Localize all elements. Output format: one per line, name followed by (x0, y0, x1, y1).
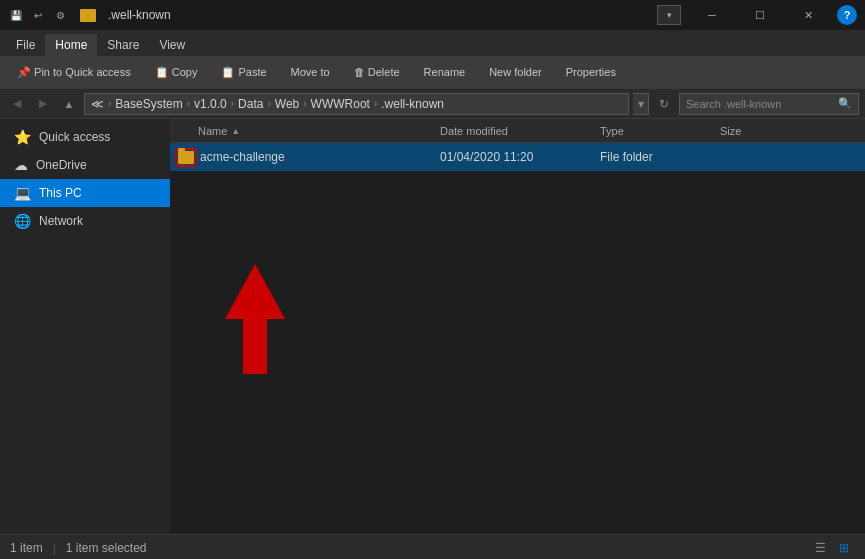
ribbon: File Home Share View 📌 Pin to Quick acce… (0, 30, 865, 89)
sidebar-item-this-pc[interactable]: 💻 This PC (0, 179, 170, 207)
sidebar-item-network[interactable]: 🌐 Network (0, 207, 170, 235)
column-header-date[interactable]: Date modified (440, 125, 600, 137)
view-details-btn[interactable]: ☰ (809, 538, 831, 558)
breadcrumb-chevron-2: › (187, 98, 190, 109)
file-list: acme-challenge 01/04/2020 11:20 File fol… (170, 143, 865, 534)
help-button[interactable]: ? (837, 5, 857, 25)
file-area: Name ▲ Date modified Type Size acme-chal… (170, 119, 865, 534)
breadcrumb-part-1: ≪ (91, 97, 104, 111)
column-header-name[interactable]: Name ▲ (170, 125, 440, 137)
file-name: acme-challenge (200, 150, 285, 164)
title-bar-save-icon[interactable]: 💾 (8, 7, 24, 23)
sidebar: ⭐ Quick access ☁ OneDrive 💻 This PC 🌐 Ne… (0, 119, 170, 534)
status-bar-right: ☰ ⊞ (809, 538, 855, 558)
table-row[interactable]: acme-challenge 01/04/2020 11:20 File fol… (170, 143, 865, 171)
title-bar: 💾 ↩ ⚙ .well-known ▾ ─ ☐ ✕ ? (0, 0, 865, 30)
sidebar-item-quick-access[interactable]: ⭐ Quick access (0, 123, 170, 151)
sort-indicator: ▲ (231, 126, 240, 136)
search-icon[interactable]: 🔍 (838, 97, 852, 110)
search-box: 🔍 (679, 93, 859, 115)
column-header-size[interactable]: Size (720, 125, 865, 137)
ribbon-move-btn[interactable]: Move to (282, 62, 339, 82)
view-tiles-btn[interactable]: ⊞ (833, 538, 855, 558)
column-header-type[interactable]: Type (600, 125, 720, 137)
sidebar-item-label-network: Network (39, 214, 83, 228)
ribbon-pin-btn[interactable]: 📌 Pin to Quick access (8, 62, 140, 83)
tab-share[interactable]: Share (97, 34, 149, 56)
title-bar-folder-icon (80, 9, 96, 22)
title-bar-title: .well-known (108, 8, 171, 22)
tab-file[interactable]: File (6, 34, 45, 56)
onedrive-icon: ☁ (14, 157, 28, 173)
back-button[interactable]: ◀ (6, 93, 28, 115)
refresh-button[interactable]: ↻ (653, 93, 675, 115)
sidebar-item-label-onedrive: OneDrive (36, 158, 87, 172)
ribbon-properties-btn[interactable]: Properties (557, 62, 625, 82)
ribbon-expand-btn[interactable]: ▾ (657, 5, 681, 25)
breadcrumb-chevron-6: › (374, 98, 377, 109)
breadcrumb-chevron-5: › (303, 98, 306, 109)
status-separator: | (53, 541, 56, 555)
breadcrumb-part-2: BaseSystem (115, 97, 182, 111)
main-area: ⭐ Quick access ☁ OneDrive 💻 This PC 🌐 Ne… (0, 119, 865, 534)
sidebar-item-onedrive[interactable]: ☁ OneDrive (0, 151, 170, 179)
minimize-button[interactable]: ─ (689, 0, 735, 30)
file-date-cell: 01/04/2020 11:20 (440, 150, 600, 164)
breadcrumb-part-5: Web (275, 97, 299, 111)
breadcrumb-part-6: WWWRoot (311, 97, 370, 111)
file-name-cell: acme-challenge (170, 150, 440, 164)
status-bar: 1 item | 1 item selected ☰ ⊞ (0, 534, 865, 559)
title-bar-icons: 💾 ↩ ⚙ .well-known (8, 7, 171, 23)
selected-count: 1 item selected (66, 541, 147, 555)
address-dropdown-btn[interactable]: ▾ (633, 93, 649, 115)
sidebar-item-label-quick-access: Quick access (39, 130, 110, 144)
title-bar-undo-icon[interactable]: ↩ (30, 7, 46, 23)
folder-icon (178, 151, 194, 164)
search-input[interactable] (686, 98, 838, 110)
network-icon: 🌐 (14, 213, 31, 229)
title-bar-controls: ▾ ─ ☐ ✕ ? (657, 0, 857, 30)
quick-access-icon: ⭐ (14, 129, 31, 145)
breadcrumb-part-4: Data (238, 97, 263, 111)
breadcrumb-part-7: .well-known (381, 97, 444, 111)
close-button[interactable]: ✕ (785, 0, 831, 30)
ribbon-paste-btn[interactable]: 📋 Paste (212, 62, 275, 83)
sidebar-item-label-this-pc: This PC (39, 186, 82, 200)
title-bar-properties-icon[interactable]: ⚙ (52, 7, 68, 23)
ribbon-delete-btn[interactable]: 🗑 Delete (345, 62, 409, 82)
ribbon-rename-btn[interactable]: Rename (415, 62, 475, 82)
address-path[interactable]: ≪ › BaseSystem › v1.0.0 › Data › Web › W… (84, 93, 629, 115)
forward-button[interactable]: ▶ (32, 93, 54, 115)
file-header: Name ▲ Date modified Type Size (170, 119, 865, 143)
file-type-cell: File folder (600, 150, 720, 164)
tab-home[interactable]: Home (45, 34, 97, 56)
item-count: 1 item (10, 541, 43, 555)
maximize-button[interactable]: ☐ (737, 0, 783, 30)
ribbon-tabs: File Home Share View (0, 30, 865, 56)
ribbon-newfolder-btn[interactable]: New folder (480, 62, 551, 82)
breadcrumb-chevron-3: › (231, 98, 234, 109)
this-pc-icon: 💻 (14, 185, 31, 201)
breadcrumb-chevron-4: › (267, 98, 270, 109)
breadcrumb-chevron-1: › (108, 98, 111, 109)
breadcrumb-part-3: v1.0.0 (194, 97, 227, 111)
tab-view[interactable]: View (149, 34, 195, 56)
ribbon-copy-btn[interactable]: 📋 Copy (146, 62, 207, 83)
up-button[interactable]: ▲ (58, 93, 80, 115)
ribbon-content: 📌 Pin to Quick access 📋 Copy 📋 Paste Mov… (0, 56, 865, 88)
address-bar: ◀ ▶ ▲ ≪ › BaseSystem › v1.0.0 › Data › W… (0, 89, 865, 119)
